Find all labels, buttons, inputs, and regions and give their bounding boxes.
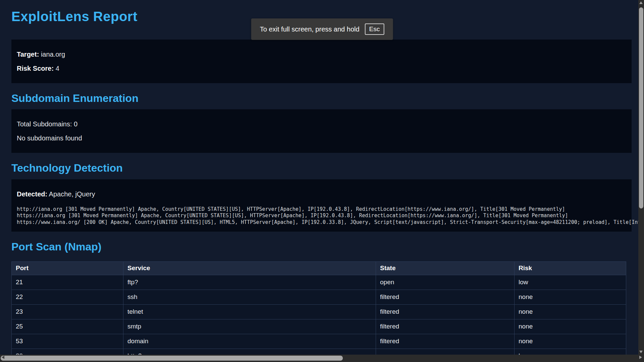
risk-score-line: Risk Score: 4 bbox=[17, 64, 626, 72]
technology-card: Detected: Apache, jQuery http://iana.org… bbox=[11, 179, 632, 232]
cell-service: smtp bbox=[123, 319, 376, 334]
table-header-row: Port Service State Risk bbox=[12, 261, 626, 275]
cell-risk: none bbox=[515, 319, 626, 334]
detected-value: Apache, jQuery bbox=[49, 190, 95, 198]
cell-port: 23 bbox=[12, 304, 123, 319]
scroll-left-icon[interactable] bbox=[2, 356, 4, 359]
summary-card: Target: iana.org Risk Score: 4 bbox=[11, 40, 632, 83]
port-scan-table: Port Service State Risk 21 ftp? open low… bbox=[11, 261, 626, 362]
horizontal-scrollbar-thumb[interactable] bbox=[1, 356, 343, 361]
cell-port: 22 bbox=[12, 290, 123, 304]
cell-port: 25 bbox=[12, 319, 123, 334]
column-header-risk: Risk bbox=[515, 261, 626, 275]
target-value: iana.org bbox=[41, 51, 65, 58]
cell-service: domain bbox=[123, 334, 376, 349]
fullscreen-exit-toast: To exit full screen, press and hold Esc bbox=[251, 18, 393, 40]
browser-fullscreen-viewport: To exit full screen, press and hold Esc … bbox=[0, 0, 644, 362]
column-header-service: Service bbox=[123, 261, 376, 275]
scroll-up-icon[interactable] bbox=[639, 1, 643, 4]
whatweb-output: http://iana.org [301 Moved Permanently] … bbox=[17, 206, 626, 226]
subdomain-total: Total Subdomains: 0 bbox=[17, 120, 626, 128]
cell-port: 21 bbox=[12, 275, 123, 290]
cell-risk: none bbox=[515, 290, 626, 304]
detected-label: Detected: bbox=[17, 190, 47, 198]
cell-risk: none bbox=[515, 334, 626, 349]
scroll-down-icon[interactable] bbox=[639, 351, 643, 353]
cell-state: filtered bbox=[376, 304, 515, 319]
target-label: Target: bbox=[17, 51, 39, 58]
fullscreen-exit-message: To exit full screen, press and hold bbox=[260, 25, 360, 33]
subdomain-empty-message: No subdomains found bbox=[17, 134, 626, 142]
scroll-right-icon[interactable] bbox=[639, 356, 642, 359]
table-row: 25 smtp filtered none bbox=[12, 319, 626, 334]
cell-state: open bbox=[376, 275, 515, 290]
cell-state: filtered bbox=[376, 319, 515, 334]
subdomain-section-heading: Subdomain Enumeration bbox=[11, 92, 632, 105]
vertical-scrollbar-thumb[interactable] bbox=[639, 7, 643, 208]
port-table-body: 21 ftp? open low 22 ssh filtered none 23… bbox=[12, 275, 626, 362]
table-row: 22 ssh filtered none bbox=[12, 290, 626, 304]
column-header-state: State bbox=[376, 261, 515, 275]
cell-service: ftp? bbox=[123, 275, 376, 290]
cell-risk: low bbox=[515, 275, 626, 290]
vertical-scrollbar[interactable] bbox=[638, 0, 644, 355]
cell-service: ssh bbox=[123, 290, 376, 304]
table-row: 21 ftp? open low bbox=[12, 275, 626, 290]
report-page: ExploitLens Report Target: iana.org Risk… bbox=[0, 0, 644, 362]
cell-state: filtered bbox=[376, 334, 515, 349]
cell-service: telnet bbox=[123, 304, 376, 319]
cell-risk: none bbox=[515, 304, 626, 319]
cell-port: 53 bbox=[12, 334, 123, 349]
esc-key-badge: Esc bbox=[365, 23, 384, 35]
cell-state: filtered bbox=[376, 290, 515, 304]
detected-line: Detected: Apache, jQuery bbox=[17, 190, 626, 198]
table-row: 53 domain filtered none bbox=[12, 334, 626, 349]
risk-score-value: 4 bbox=[56, 65, 59, 72]
target-line: Target: iana.org bbox=[17, 50, 626, 58]
risk-score-label: Risk Score: bbox=[17, 65, 54, 72]
horizontal-scrollbar[interactable] bbox=[0, 355, 644, 362]
table-row: 23 telnet filtered none bbox=[12, 304, 626, 319]
portscan-section-heading: Port Scan (Nmap) bbox=[11, 240, 632, 253]
subdomain-card: Total Subdomains: 0 No subdomains found bbox=[11, 109, 632, 153]
technology-section-heading: Technology Detection bbox=[11, 162, 632, 174]
column-header-port: Port bbox=[12, 261, 123, 275]
